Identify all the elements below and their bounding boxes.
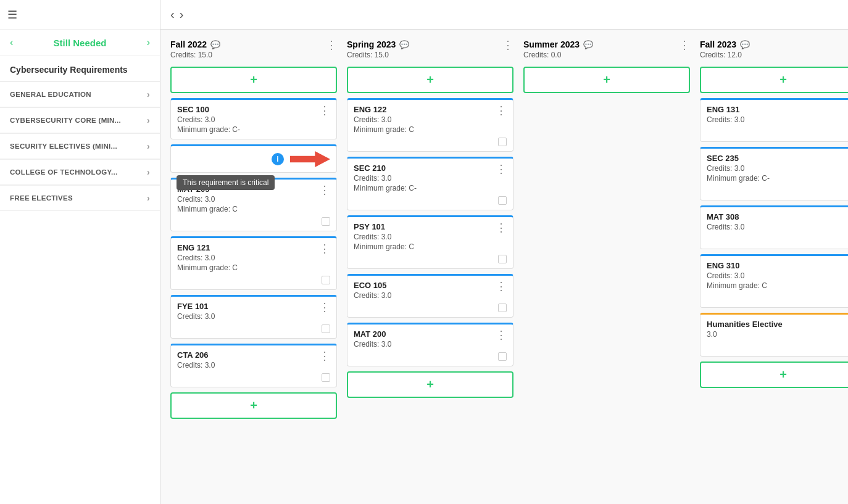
course-name-eng122: ENG 122 [354,105,414,114]
course-card-header-cta206: CTA 206 Credits: 3.0 ⋮ [177,350,330,370]
course-credits-sec235: Credits: 3.0 [707,164,770,173]
sidebar-item-label: CYBERSECURITY CORE (min... [10,117,121,124]
semester-header-fall-2023: Fall 2023 💬 Credits: 12.0 ⋮ [700,39,848,62]
course-name-eng131: ENG 131 [707,105,744,114]
card-checkbox-cta206[interactable] [322,373,330,382]
semester-title-fall-2022: Fall 2022 💬 [170,39,220,49]
course-card-header-sec100: SEC 100 Credits: 3.0 Minimum grade: C- ⋮ [177,105,330,134]
sidebar-item-college-technology[interactable]: COLLEGE OF TECHNOLOGY...› [0,159,160,184]
chat-icon-fall-2022[interactable]: 💬 [210,40,220,49]
course-card-eco105: ECO 105 Credits: 3.0 ⋮ [347,274,513,318]
course-card-sec210: SEC 210 Credits: 3.0 Minimum grade: C- ⋮ [347,157,513,210]
course-card-header-eng122: ENG 122 Credits: 3.0 Minimum grade: C ⋮ [354,105,507,134]
sidebar-item-general-education[interactable]: GENERAL EDUCATION› [0,81,160,107]
semester-more-summer-2023[interactable]: ⋮ [679,39,690,51]
semester-more-fall-2022[interactable]: ⋮ [326,39,337,51]
course-grade-eng121: Minimum grade: C [177,263,238,272]
add-course-top-fall-2023[interactable]: + [700,67,848,93]
semester-col-summer-2023: Summer 2023 💬 Credits: 0.0 ⋮ + [523,39,690,494]
course-credits-eco105: Credits: 3.0 [354,291,391,300]
semester-title-spring-2023: Spring 2023 💬 [347,39,409,49]
nav-forward-arrow[interactable]: › [147,37,150,48]
card-bottom-mat308 [707,235,848,244]
card-dots-eng122[interactable]: ⋮ [493,105,507,116]
add-course-top-summer-2023[interactable]: + [523,67,690,93]
course-card-header-fye101: FYE 101 Credits: 3.0 ⋮ [177,302,330,321]
sidebar-item-arrow-security-electives: › [147,141,150,151]
course-name-mat200: MAT 200 [354,329,391,339]
sidebar-header: ☰ [0,0,160,30]
card-checkbox-eng122[interactable] [498,138,507,146]
sidebar-section-title: Cybersecurity Requirements [0,56,160,81]
card-checkbox-mat200[interactable] [498,352,507,361]
course-card-header-mat308: MAT 308 Credits: 3.0 ⋮ [707,212,848,231]
course-name-sec100: SEC 100 [177,105,240,114]
add-course-top-fall-2022[interactable]: + [170,67,337,93]
semester-header-left-fall-2022: Fall 2022 💬 Credits: 15.0 [170,39,220,59]
semester-header-fall-2022: Fall 2022 💬 Credits: 15.0 ⋮ [170,39,337,62]
chat-icon-fall-2023[interactable]: 💬 [740,40,750,49]
add-course-top-spring-2023[interactable]: + [347,67,513,93]
card-checkbox-mat205[interactable] [322,217,330,226]
sidebar-item-label: COLLEGE OF TECHNOLOGY... [10,168,118,176]
card-dots-psy101[interactable]: ⋮ [493,222,507,233]
card-dots-eco105[interactable]: ⋮ [493,281,507,292]
add-course-bottom-fall-2023[interactable]: + [700,361,848,388]
tooltip-card: i [170,144,337,173]
semester-header-left-spring-2023: Spring 2023 💬 Credits: 15.0 [347,39,409,59]
card-bottom-eng122 [354,138,507,146]
course-credits-sec210: Credits: 3.0 [354,174,417,183]
card-checkbox-eng121[interactable] [322,276,330,284]
semester-more-spring-2023[interactable]: ⋮ [502,39,513,51]
card-dots-sec100[interactable]: ⋮ [317,105,330,116]
course-credits-eng121: Credits: 3.0 [177,254,238,262]
course-card-humanities-elective: Humanities Elective 3.0 [700,313,848,357]
card-dots-mat205[interactable]: ⋮ [317,184,330,196]
card-checkbox-eco105[interactable] [498,304,507,312]
semester-title-fall-2023: Fall 2023 💬 [700,39,750,49]
sidebar: ☰ ‹ Still Needed › Cybersecurity Require… [0,0,160,504]
course-credits-eng310: Credits: 3.0 [707,271,767,280]
course-card-cta206: CTA 206 Credits: 3.0 ⋮ [170,344,337,387]
card-checkbox-fye101[interactable] [322,324,330,333]
add-course-bottom-spring-2023[interactable]: + [347,371,513,398]
course-card-header-humanities-elective: Humanities Elective 3.0 [707,320,848,339]
course-credits-mat308: Credits: 3.0 [707,223,744,231]
nav-back-arrow[interactable]: ‹ [10,37,13,48]
chat-icon-summer-2023[interactable]: 💬 [583,40,593,49]
course-credits-sec100: Credits: 3.0 [177,115,240,124]
card-dots-fye101[interactable]: ⋮ [317,302,330,313]
card-dots-mat200[interactable]: ⋮ [493,329,507,341]
info-icon[interactable]: i [272,153,284,165]
card-dots-cta206[interactable]: ⋮ [317,350,330,361]
sidebar-item-free-electives[interactable]: FREE ELECTIVES› [0,185,160,210]
top-nav-arrows: ‹ › [170,7,183,22]
course-name-humanities-elective: Humanities Elective [707,320,783,329]
card-checkbox-sec210[interactable] [498,196,507,205]
sidebar-items-container: GENERAL EDUCATION›CYBERSECURITY CORE (mi… [0,81,160,211]
sidebar-item-cybersecurity-core[interactable]: CYBERSECURITY CORE (min...› [0,107,160,133]
tooltip-popup: This requirement is critical [177,175,275,190]
sidebar-item-label: SECURITY ELECTIVES (mini... [10,143,117,150]
course-card-eng121: ENG 121 Credits: 3.0 Minimum grade: C ⋮ [170,236,337,290]
chat-icon-spring-2023[interactable]: 💬 [399,40,409,49]
top-bar: ‹ › [160,0,848,30]
course-name-mat308: MAT 308 [707,212,744,221]
semester-col-spring-2023: Spring 2023 💬 Credits: 15.0 ⋮ + ENG 122 … [347,39,513,494]
add-course-bottom-fall-2022[interactable]: + [170,392,337,419]
course-card-fye101: FYE 101 Credits: 3.0 ⋮ [170,295,337,339]
sidebar-item-security-electives[interactable]: SECURITY ELECTIVES (mini...› [0,133,160,159]
course-card-header-eco105: ECO 105 Credits: 3.0 ⋮ [354,281,507,300]
hamburger-icon[interactable]: ☰ [7,8,17,22]
course-card-sec100: SEC 100 Credits: 3.0 Minimum grade: C- ⋮ [170,98,337,139]
top-forward-arrow[interactable]: › [180,7,184,22]
course-credits-eng122: Credits: 3.0 [354,115,414,124]
course-credits-psy101: Credits: 3.0 [354,233,414,241]
top-back-arrow[interactable]: ‹ [170,7,175,22]
card-checkbox-psy101[interactable] [498,255,507,263]
card-dots-sec210[interactable]: ⋮ [493,163,507,175]
semester-header-spring-2023: Spring 2023 💬 Credits: 15.0 ⋮ [347,39,513,62]
course-card-header-mat200: MAT 200 Credits: 3.0 ⋮ [354,329,507,349]
card-dots-eng121[interactable]: ⋮ [317,243,330,254]
semester-title-summer-2023: Summer 2023 💬 [523,39,593,49]
